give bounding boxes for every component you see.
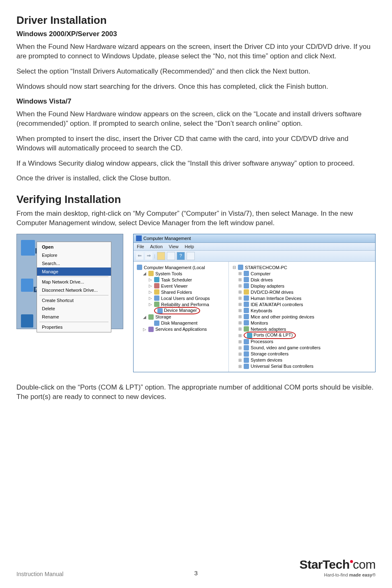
expand-icon[interactable]: ▷ [148, 277, 152, 282]
brand-dot-icon [350, 560, 353, 563]
menu-action[interactable]: Action [150, 244, 163, 249]
ctx-search[interactable]: Search... [37, 259, 111, 267]
paragraph: When prompted to insert the disc, insert… [16, 134, 376, 153]
tree-storage[interactable]: Storage [155, 314, 171, 319]
tree-network-adapters[interactable]: Network adapters [251, 327, 286, 332]
expand-icon[interactable]: ⊞ [238, 352, 242, 356]
heading-driver-installation: Driver Installation [16, 14, 376, 27]
expand-icon[interactable]: ⊞ [238, 333, 242, 338]
tree-system-tools[interactable]: System Tools [155, 271, 182, 276]
expand-icon[interactable]: ▷ [148, 290, 152, 294]
screenshot-context-menu: My C My Open Explore Search... Manage Ma… [16, 234, 123, 329]
toolbar: ⇐ ⇒ | ? [134, 251, 375, 262]
expand-icon[interactable]: ⊞ [238, 290, 242, 294]
tree-processors[interactable]: Processors [251, 339, 273, 344]
menu-view[interactable]: View [169, 244, 179, 249]
collapse-icon[interactable]: ⊟ [232, 265, 236, 270]
window-title: Computer Management [143, 236, 191, 241]
tree-hid[interactable]: Human Interface Devices [251, 296, 302, 301]
node-icon [148, 314, 154, 320]
expand-icon[interactable]: ⊞ [238, 296, 242, 300]
expand-icon[interactable]: ⊞ [238, 321, 242, 325]
node-icon [247, 333, 252, 338]
tree-ide[interactable]: IDE ATA/ATAPI controllers [251, 302, 303, 307]
subheading-winxp: Windows 2000/XP/Server 2003 [16, 30, 376, 38]
expand-icon[interactable]: ⊞ [238, 302, 242, 307]
expand-icon[interactable]: ⊞ [238, 346, 242, 350]
paragraph: When the Found New Hardware window appea… [16, 110, 376, 129]
node-icon [148, 271, 154, 276]
tree-root[interactable]: Computer Management (Local [144, 265, 205, 270]
tree-disk-drives[interactable]: Disk drives [251, 277, 273, 282]
node-icon [244, 289, 249, 295]
toolbar-button[interactable] [157, 252, 165, 260]
expand-icon[interactable]: ⊞ [238, 277, 242, 282]
node-icon [244, 357, 249, 363]
ctx-delete[interactable]: Delete [37, 304, 111, 313]
menu-help[interactable]: Help [185, 244, 194, 249]
ctx-explore[interactable]: Explore [37, 251, 111, 259]
tree-disk-management[interactable]: Disk Management [161, 321, 198, 325]
tree-device-manager[interactable]: Device Manager [164, 308, 197, 313]
ctx-rename[interactable]: Rename [37, 313, 111, 321]
tree-services-apps[interactable]: Services and Applications [155, 327, 207, 332]
ctx-disconnect-drive[interactable]: Disconnect Network Drive... [37, 286, 111, 294]
computer-icon [238, 265, 243, 270]
help-icon[interactable]: ? [177, 252, 185, 260]
expand-icon[interactable]: ⊞ [238, 308, 242, 313]
ctx-manage[interactable]: Manage [37, 267, 111, 276]
tree-event-viewer[interactable]: Event Viewer [161, 284, 188, 288]
node-icon [154, 321, 159, 326]
desktop-icon [21, 314, 33, 327]
tree-shared-folders[interactable]: Shared Folders [161, 290, 192, 295]
expand-icon[interactable]: ⊞ [238, 284, 242, 288]
expand-icon[interactable]: ⊞ [238, 314, 242, 319]
tree-pc-name[interactable]: STARTECHCOM-PC [245, 265, 287, 270]
paragraph: From the main desktop, right-click on “M… [16, 209, 376, 228]
expand-icon[interactable]: ⊞ [238, 358, 242, 362]
collapse-icon[interactable]: ◢ [143, 271, 147, 276]
ctx-create-shortcut[interactable]: Create Shortcut [37, 296, 111, 304]
node-icon [244, 339, 249, 344]
node-icon [244, 320, 249, 325]
expand-icon[interactable]: ▷ [148, 302, 152, 307]
forward-icon[interactable]: ⇒ [145, 252, 152, 260]
expand-icon[interactable]: ▷ [143, 327, 147, 332]
tree-keyboards[interactable]: Keyboards [251, 308, 272, 313]
node-icon [154, 283, 159, 288]
expand-icon[interactable]: ⊞ [238, 327, 242, 331]
tree-computer[interactable]: Computer [251, 271, 270, 276]
ctx-properties[interactable]: Properties [37, 323, 111, 331]
tree-ports-com-lpt[interactable]: Ports (COM & LPT) [254, 332, 293, 337]
toolbar-button[interactable] [187, 252, 195, 260]
menu-file[interactable]: File [137, 244, 144, 249]
screenshot-computer-management: Computer Management File Action View Hel… [133, 234, 376, 372]
tree-local-users[interactable]: Local Users and Groups [161, 296, 210, 301]
expand-icon[interactable]: ⊞ [238, 339, 242, 344]
tree-mice[interactable]: Mice and other pointing devices [251, 314, 314, 319]
expand-icon[interactable]: ▷ [148, 296, 152, 300]
collapse-icon[interactable]: ◢ [143, 315, 147, 319]
expand-icon[interactable]: ⊞ [238, 364, 242, 369]
expand-icon[interactable]: ▷ [148, 284, 152, 288]
tree-usb-controllers[interactable]: Universal Serial Bus controllers [251, 364, 314, 369]
paragraph: Windows should now start searching for t… [16, 82, 376, 92]
tree-system-devices[interactable]: System devices [251, 357, 282, 362]
tree-display-adapters[interactable]: Display adapters [251, 284, 284, 288]
ctx-open[interactable]: Open [37, 243, 111, 251]
node-icon [244, 283, 249, 288]
tree-task-scheduler[interactable]: Task Scheduler [161, 277, 192, 282]
node-icon [244, 295, 249, 301]
tree-storage-controllers[interactable]: Storage controllers [251, 351, 288, 356]
highlight-oval: Ports (COM & LPT) [244, 332, 296, 339]
ctx-map-drive[interactable]: Map Network Drive... [37, 278, 111, 286]
tree-reliability[interactable]: Reliability and Performa [161, 302, 209, 307]
node-icon [244, 271, 249, 276]
tree-sound[interactable]: Sound, video and game controllers [251, 345, 321, 350]
expand-icon[interactable]: ⊞ [238, 271, 242, 276]
back-icon[interactable]: ⇐ [136, 252, 143, 260]
node-icon [244, 277, 249, 282]
tree-monitors[interactable]: Monitors [251, 321, 268, 325]
toolbar-button[interactable] [167, 252, 175, 260]
tree-dvd-drives[interactable]: DVD/CD-ROM drives [251, 290, 293, 295]
